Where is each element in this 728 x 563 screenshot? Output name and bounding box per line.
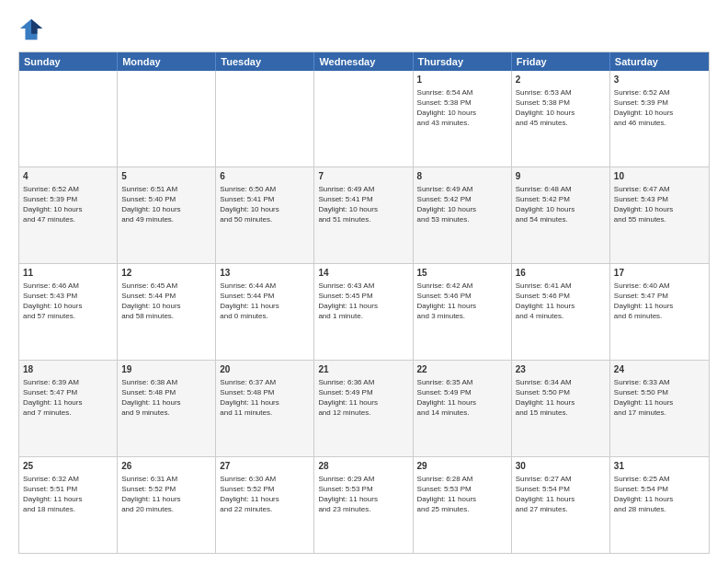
day-number: 4 [23,170,113,183]
day-number: 14 [318,267,408,280]
cell-text: Sunset: 5:52 PM [121,484,211,494]
day-number: 2 [516,74,606,86]
cell-text: Sunset: 5:53 PM [417,484,507,494]
cell-text: Sunrise: 6:46 AM [23,281,113,291]
cell-text: and 45 minutes. [516,118,606,128]
cal-cell: 17Sunrise: 6:40 AMSunset: 5:47 PMDayligh… [610,264,709,360]
cell-text: Sunset: 5:38 PM [516,98,606,108]
cell-text: Daylight: 10 hours [318,204,408,214]
cell-text: Sunset: 5:50 PM [614,387,705,397]
cell-text: Daylight: 11 hours [417,494,507,504]
cell-text: Daylight: 10 hours [417,108,507,118]
day-number: 6 [220,170,310,183]
cell-text: Daylight: 11 hours [23,494,113,504]
cal-cell: 2Sunrise: 6:53 AMSunset: 5:38 PMDaylight… [512,71,610,167]
cell-text: Daylight: 11 hours [220,397,310,408]
cell-text: Sunrise: 6:49 AM [417,184,507,194]
svg-marker-1 [31,19,42,34]
cell-text: Daylight: 11 hours [614,494,705,504]
header [18,17,710,42]
cell-text: Daylight: 10 hours [23,301,113,311]
cal-row-1: 4Sunrise: 6:52 AMSunset: 5:39 PMDaylight… [19,167,709,263]
cell-text: and 51 minutes. [318,214,408,224]
cell-text: Sunrise: 6:40 AM [614,281,705,291]
cell-text: Sunrise: 6:51 AM [121,184,211,194]
day-number: 27 [220,460,310,473]
cell-text: Sunrise: 6:31 AM [121,474,211,484]
cal-cell: 18Sunrise: 6:39 AMSunset: 5:47 PMDayligh… [19,361,118,456]
cell-text: Daylight: 11 hours [417,397,507,408]
day-number: 13 [220,267,310,280]
day-number: 1 [417,74,507,86]
cell-text: Sunset: 5:41 PM [318,194,408,204]
cell-text: and 9 minutes. [121,408,211,418]
header-day-saturday: Saturday [610,52,709,71]
cell-text: Sunrise: 6:36 AM [318,377,408,387]
cal-cell: 25Sunrise: 6:32 AMSunset: 5:51 PMDayligh… [19,457,118,553]
cell-text: Sunrise: 6:54 AM [417,87,507,98]
cell-text: Sunrise: 6:52 AM [614,87,705,98]
cell-text: and 27 minutes. [516,504,606,514]
calendar-body: 1Sunrise: 6:54 AMSunset: 5:38 PMDaylight… [19,71,709,553]
cell-text: Daylight: 10 hours [614,204,705,214]
cal-cell: 9Sunrise: 6:48 AMSunset: 5:42 PMDaylight… [512,167,610,263]
cell-text: Sunrise: 6:44 AM [220,281,310,291]
cell-text: Sunset: 5:42 PM [417,194,507,204]
day-number: 18 [23,363,113,376]
cell-text: and 3 minutes. [417,311,507,321]
day-number: 24 [614,363,705,376]
cell-text: and 0 minutes. [220,311,310,321]
day-number: 7 [318,170,408,183]
cell-text: Sunset: 5:54 PM [614,484,705,494]
cell-text: and 1 minute. [318,311,408,321]
cal-row-4: 25Sunrise: 6:32 AMSunset: 5:51 PMDayligh… [19,456,709,553]
cell-text: and 12 minutes. [318,408,408,418]
cal-row-3: 18Sunrise: 6:39 AMSunset: 5:47 PMDayligh… [19,360,709,456]
cell-text: Sunset: 5:47 PM [614,291,705,301]
day-number: 25 [23,460,113,473]
cal-cell: 13Sunrise: 6:44 AMSunset: 5:44 PMDayligh… [216,264,314,360]
day-number: 28 [318,460,408,473]
cell-text: Daylight: 11 hours [614,397,705,408]
cell-text: and 25 minutes. [417,504,507,514]
cell-text: and 15 minutes. [516,408,606,418]
cell-text: and 58 minutes. [121,311,211,321]
cell-text: Sunset: 5:48 PM [121,387,211,397]
cal-cell: 30Sunrise: 6:27 AMSunset: 5:54 PMDayligh… [512,457,610,553]
cell-text: Daylight: 10 hours [121,204,211,214]
cell-text: Sunrise: 6:34 AM [516,377,606,387]
cal-cell: 1Sunrise: 6:54 AMSunset: 5:38 PMDaylight… [414,71,512,167]
day-number: 9 [516,170,606,183]
cell-text: Daylight: 11 hours [318,494,408,504]
cell-text: Sunset: 5:46 PM [417,291,507,301]
cal-cell: 28Sunrise: 6:29 AMSunset: 5:53 PMDayligh… [314,457,413,553]
cal-cell: 8Sunrise: 6:49 AMSunset: 5:42 PMDaylight… [414,167,512,263]
cal-cell: 10Sunrise: 6:47 AMSunset: 5:43 PMDayligh… [610,167,709,263]
calendar-header: SundayMondayTuesdayWednesdayThursdayFrid… [19,52,709,71]
cell-text: Sunrise: 6:32 AM [23,474,113,484]
cell-text: Daylight: 11 hours [516,301,606,311]
cell-text: Daylight: 11 hours [417,301,507,311]
cal-cell: 19Sunrise: 6:38 AMSunset: 5:48 PMDayligh… [118,361,216,456]
cal-cell: 5Sunrise: 6:51 AMSunset: 5:40 PMDaylight… [118,167,216,263]
cell-text: Daylight: 10 hours [23,204,113,214]
cell-text: Daylight: 11 hours [121,494,211,504]
cal-cell: 12Sunrise: 6:45 AMSunset: 5:44 PMDayligh… [118,264,216,360]
day-number: 11 [23,267,113,280]
header-day-friday: Friday [512,52,610,71]
cell-text: and 46 minutes. [614,118,705,128]
cell-text: Daylight: 11 hours [121,397,211,408]
cell-text: and 18 minutes. [23,504,113,514]
cell-text: and 4 minutes. [516,311,606,321]
header-day-wednesday: Wednesday [314,52,413,71]
cell-text: Sunrise: 6:39 AM [23,377,113,387]
cell-text: Sunset: 5:43 PM [614,194,705,204]
day-number: 16 [516,267,606,280]
cell-text: Daylight: 10 hours [614,108,705,118]
cell-text: and 50 minutes. [220,214,310,224]
header-day-sunday: Sunday [19,52,118,71]
cell-text: Sunset: 5:44 PM [220,291,310,301]
cal-cell: 21Sunrise: 6:36 AMSunset: 5:49 PMDayligh… [314,361,413,456]
header-day-tuesday: Tuesday [216,52,314,71]
cell-text: Sunrise: 6:47 AM [614,184,705,194]
